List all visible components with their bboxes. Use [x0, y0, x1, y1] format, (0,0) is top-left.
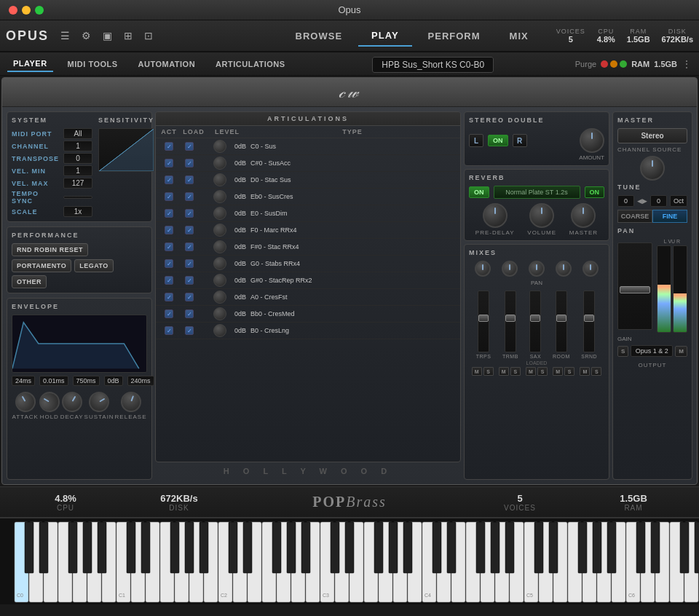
- oct-value[interactable]: 0: [650, 195, 667, 207]
- tempo-sync-value[interactable]: [63, 196, 92, 199]
- vel-min-value[interactable]: 1: [63, 165, 92, 176]
- portamento-button[interactable]: PORTAMENTO: [12, 259, 71, 272]
- channel-source-knob[interactable]: [640, 156, 665, 181]
- level-knob-8[interactable]: [213, 274, 226, 287]
- load-checkbox-8[interactable]: [185, 276, 194, 285]
- solo-btn-5[interactable]: S: [591, 367, 601, 376]
- act-checkbox-4[interactable]: [165, 209, 173, 218]
- fader-room[interactable]: [556, 291, 567, 352]
- purge-dot-red[interactable]: [601, 60, 608, 68]
- preset-name[interactable]: HPB Sus_Short KS C0-B0: [372, 57, 494, 73]
- mute-btn-2[interactable]: M: [499, 367, 509, 376]
- stereo-l-button[interactable]: L: [469, 134, 483, 147]
- stereo-amount-knob[interactable]: [580, 128, 604, 153]
- pan-fader-thumb[interactable]: [620, 286, 649, 293]
- act-checkbox-0[interactable]: [165, 142, 173, 151]
- reverb-preset-display[interactable]: Normal Plate ST 1.2s: [494, 186, 580, 199]
- tab-mix[interactable]: MIX: [497, 26, 542, 46]
- mute-output-button[interactable]: M: [675, 346, 687, 357]
- purge-dot-orange[interactable]: [610, 60, 617, 68]
- tab-midi-tools[interactable]: MIDI TOOLS: [62, 57, 124, 71]
- fine-button[interactable]: FINE: [652, 210, 687, 223]
- fader-srnd[interactable]: [583, 291, 595, 352]
- tab-automation[interactable]: AUTOMATION: [133, 57, 202, 71]
- settings-icon[interactable]: ⚙: [77, 27, 95, 44]
- other-button[interactable]: OTHER: [12, 275, 47, 288]
- output-name[interactable]: Opus 1 & 2: [631, 345, 673, 357]
- tab-browse[interactable]: BROWSE: [283, 26, 356, 46]
- mix-knob-3[interactable]: [529, 261, 545, 277]
- tab-perform[interactable]: PERFORM: [415, 26, 494, 46]
- level-knob-5[interactable]: [213, 224, 226, 237]
- more-options-icon[interactable]: ⋮: [682, 58, 692, 70]
- hamburger-icon[interactable]: ☰: [56, 27, 74, 44]
- solo-btn-2[interactable]: S: [510, 367, 521, 376]
- act-checkbox-1[interactable]: [165, 159, 173, 167]
- rnd-robin-reset-button[interactable]: RND ROBIN RESET: [12, 243, 88, 256]
- level-knob-7[interactable]: [213, 257, 226, 270]
- scale-value[interactable]: 1x: [63, 206, 92, 217]
- act-checkbox-6[interactable]: [165, 242, 173, 251]
- act-checkbox-9[interactable]: [165, 293, 173, 301]
- fader-trps[interactable]: [478, 291, 489, 352]
- maximize-button[interactable]: [35, 6, 44, 15]
- act-checkbox-3[interactable]: [165, 192, 173, 201]
- reverb-volume-knob[interactable]: [529, 203, 554, 228]
- attack-knob[interactable]: [12, 388, 39, 416]
- mix-knob-2[interactable]: [502, 261, 518, 277]
- transpose-value[interactable]: 0: [63, 153, 92, 164]
- mute-btn-5[interactable]: M: [580, 367, 590, 376]
- close-button[interactable]: [9, 6, 17, 15]
- envelope-display[interactable]: [12, 315, 147, 373]
- level-knob-0[interactable]: [213, 140, 226, 153]
- decay-knob[interactable]: [58, 388, 86, 416]
- load-checkbox-6[interactable]: [185, 242, 194, 251]
- level-knob-9[interactable]: [213, 291, 226, 304]
- tab-articulations[interactable]: ARTICULATIONS: [210, 57, 291, 71]
- fader-trmb[interactable]: [505, 291, 516, 352]
- view-icon3[interactable]: ⊡: [140, 27, 157, 44]
- hold-knob[interactable]: [36, 388, 63, 416]
- mix-knob-4[interactable]: [556, 261, 572, 277]
- reverb-on2-button[interactable]: ON: [585, 186, 605, 198]
- mute-btn-3[interactable]: M: [526, 367, 536, 376]
- purge-dot-green[interactable]: [620, 60, 627, 68]
- release-knob[interactable]: [118, 389, 144, 415]
- level-knob-6[interactable]: [213, 240, 226, 253]
- load-checkbox-0[interactable]: [185, 142, 194, 151]
- act-checkbox-5[interactable]: [165, 226, 173, 234]
- legato-button[interactable]: LEGATO: [74, 259, 114, 272]
- mix-knob-1[interactable]: [475, 261, 491, 277]
- level-knob-11[interactable]: [213, 324, 226, 337]
- act-checkbox-11[interactable]: [165, 326, 173, 335]
- pre-delay-knob[interactable]: [483, 203, 508, 228]
- tab-play[interactable]: PLAY: [358, 25, 411, 47]
- level-knob-1[interactable]: [213, 157, 226, 170]
- stereo-r-button[interactable]: R: [513, 134, 527, 147]
- pan-fader[interactable]: [617, 242, 652, 330]
- midi-port-value[interactable]: All: [63, 128, 92, 139]
- channel-value[interactable]: 1: [63, 141, 92, 151]
- view-icon1[interactable]: ▣: [98, 27, 116, 44]
- load-checkbox-11[interactable]: [185, 326, 194, 335]
- view-icon2[interactable]: ⊞: [119, 27, 137, 44]
- mute-btn-4[interactable]: M: [553, 367, 563, 376]
- load-checkbox-9[interactable]: [185, 293, 194, 301]
- solo-btn-4[interactable]: S: [564, 367, 574, 376]
- solo-output-button[interactable]: S: [617, 346, 628, 357]
- level-knob-3[interactable]: [213, 190, 226, 203]
- load-checkbox-1[interactable]: [185, 159, 194, 167]
- load-checkbox-2[interactable]: [185, 175, 194, 184]
- stereo-on-button[interactable]: ON: [488, 135, 508, 146]
- mute-btn-1[interactable]: M: [472, 367, 482, 376]
- load-checkbox-5[interactable]: [185, 226, 194, 234]
- load-checkbox-10[interactable]: [185, 309, 194, 318]
- act-checkbox-10[interactable]: [165, 309, 173, 318]
- level-knob-10[interactable]: [213, 307, 226, 320]
- load-checkbox-3[interactable]: [185, 192, 194, 201]
- fader-sax[interactable]: [529, 291, 541, 352]
- level-knob-4[interactable]: [213, 207, 226, 220]
- coarse-button[interactable]: COARSE: [617, 210, 652, 223]
- act-checkbox-2[interactable]: [165, 175, 173, 184]
- load-checkbox-4[interactable]: [185, 209, 194, 218]
